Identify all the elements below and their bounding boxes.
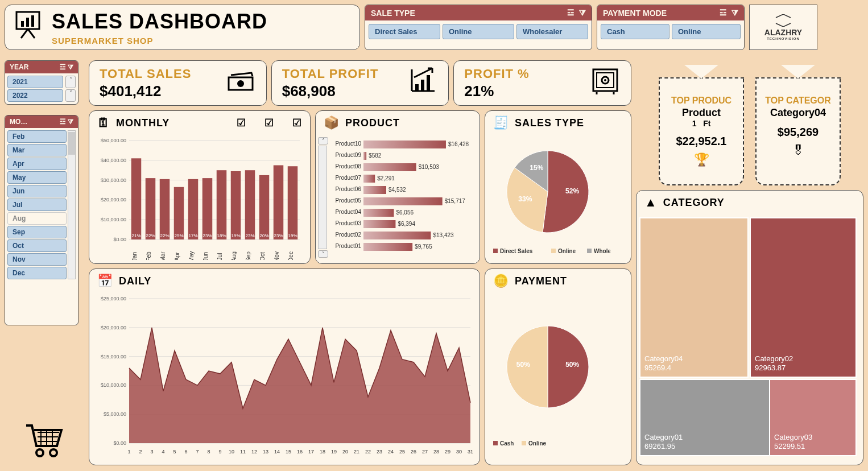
svg-text:$0.00: $0.00 [113,440,126,446]
chart-daily: 📅DAILY $0.00$5,000.00$10,000.00$15,000.0… [89,268,480,465]
slicer-sale-type[interactable]: SALE TYPE ☲⧩ Direct Sales Online Wholesa… [365,5,592,50]
checkbox-icon[interactable]: ☑ [237,117,246,129]
svg-text:Jul: Jul [217,253,223,260]
svg-rect-76 [363,141,446,148]
svg-text:50%: 50% [565,361,579,369]
svg-text:23%: 23% [274,233,283,238]
svg-rect-164 [640,218,748,377]
svg-text:5: 5 [173,449,176,455]
svg-text:Category01: Category01 [644,433,683,441]
svg-text:$6,394: $6,394 [398,221,415,227]
svg-rect-112 [587,249,592,253]
svg-rect-19 [421,80,424,91]
slicer-item[interactable]: Jun [7,185,67,197]
cash-icon [225,65,256,101]
award-value: $22,952.1 [676,135,727,148]
svg-text:Product01: Product01 [335,243,361,249]
scrollbar[interactable] [318,146,327,249]
clear-filter-icon[interactable]: ⧩ [579,8,586,18]
svg-text:Oct: Oct [259,252,266,260]
svg-text:3: 3 [150,449,153,455]
top-category-card: TOP CATEGOR Category04 $95,269 🎖 [755,77,841,185]
panel-label: PAYMENT [515,275,567,287]
slicer-item[interactable]: Feb [7,130,67,143]
slicer-item[interactable]: Jul [7,199,67,211]
multiselect-icon[interactable]: ☲ [567,8,574,18]
slicer-payment-mode[interactable]: PAYMENT MODE ☲⧩ Cash Online [597,5,745,50]
svg-rect-54 [202,178,213,239]
svg-rect-82 [363,163,416,171]
svg-text:Product06: Product06 [335,186,361,192]
svg-text:Product04: Product04 [335,209,361,215]
checkbox-icon[interactable]: ☑ [292,117,302,129]
svg-text:27: 27 [422,449,428,455]
slicer-item[interactable]: Mar [7,144,67,156]
slicer-item[interactable]: Aug [7,212,67,225]
multiselect-icon[interactable]: ☲ [720,8,727,18]
svg-text:Apr: Apr [174,252,180,260]
kpi-total-sales: TOTAL SALES$401,412 [89,60,267,106]
svg-rect-51 [188,179,199,239]
slicer-item[interactable]: Online [672,24,741,39]
scroll-down-icon[interactable]: ˅ [65,89,76,102]
kpi-label: TOTAL SALES [100,67,191,81]
slicer-item[interactable]: 2022 [7,89,63,102]
svg-rect-167 [750,218,856,377]
slicer-item[interactable]: May [7,171,67,184]
svg-text:Product10: Product10 [335,141,361,147]
hbar-chart: Product10$16,428Product09$582Product08$1… [327,135,477,258]
kpi-total-profit: TOTAL PROFIT$68,908 [271,60,449,106]
svg-text:50%: 50% [516,361,530,369]
svg-rect-1 [21,21,24,27]
slicer-item[interactable]: Apr [7,158,67,170]
panel-label: PRODUCT [345,117,400,129]
svg-text:24: 24 [388,449,394,455]
svg-text:$6,056: $6,056 [396,209,414,216]
svg-text:$5,000.00: $5,000.00 [104,411,126,417]
slicer-item[interactable]: Cash [601,24,669,39]
svg-text:52%: 52% [565,187,579,195]
page-title: SALES DASHBOARD [52,10,267,34]
svg-point-7 [50,449,57,456]
logo-text: ALAZHRY [764,28,802,37]
slicer-item[interactable]: 2021 [7,76,63,88]
svg-rect-45 [160,179,170,239]
checkbox-icon[interactable]: ☑ [264,117,274,129]
svg-rect-91 [363,197,443,205]
slicer-month[interactable]: MO…☲ ⧩ FebMarAprMayJunJulAugSepOctNovDec [5,115,78,325]
svg-text:14: 14 [274,449,280,455]
svg-rect-94 [363,209,394,217]
pyramid-icon: ▲ [644,195,658,210]
slicer-item[interactable]: Direct Sales [369,24,440,39]
slicer-item[interactable]: Oct [7,239,67,252]
slicer-item[interactable]: Online [443,24,514,39]
svg-line-4 [21,29,28,38]
svg-rect-85 [363,175,375,183]
svg-text:30: 30 [456,449,462,455]
top-product-card: TOP PRODUC Product 1 Ft $22,952.1 🏆 [659,77,744,185]
svg-text:Sep: Sep [245,251,251,260]
clear-filter-icon[interactable]: ⧩ [731,8,738,18]
slicer-label: PAYMENT MODE [603,9,667,18]
svg-text:Product05: Product05 [335,197,361,204]
slicer-item[interactable]: Wholesaler [516,24,588,39]
svg-text:13: 13 [263,449,268,455]
svg-rect-2 [26,18,29,27]
svg-rect-42 [146,178,156,239]
svg-text:Category02: Category02 [755,354,793,363]
slicer-item[interactable]: Nov [7,253,67,266]
svg-text:19%: 19% [288,233,297,238]
slicer-year[interactable]: YEAR☲ ⧩ 2021˄ 2022˅ [5,60,78,105]
scroll-up-icon[interactable]: ˄ [65,76,76,88]
scrollbar[interactable] [68,130,76,279]
svg-point-15 [237,80,244,87]
svg-text:$10,000.00: $10,000.00 [101,382,126,388]
slicer-label: YEAR [10,63,28,71]
slicer-item[interactable]: Dec [7,267,67,279]
slicer-item[interactable]: Sep [7,226,67,238]
svg-text:12: 12 [251,449,257,455]
svg-rect-72 [288,166,298,239]
cart-icon [5,418,84,465]
calendar-icon: 🗓 [97,115,110,130]
svg-text:19%: 19% [231,233,240,238]
